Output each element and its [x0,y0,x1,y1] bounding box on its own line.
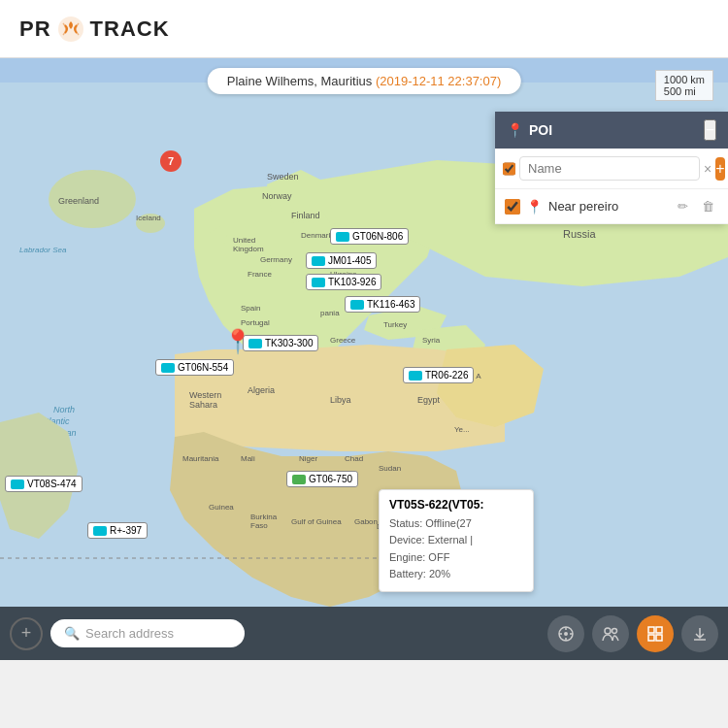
marker-gt06n-806[interactable]: GT06N-806 [330,228,409,245]
svg-point-48 [564,632,568,636]
poi-header-title: 📍 POI [507,122,552,138]
svg-rect-57 [648,635,654,641]
svg-rect-56 [656,627,662,633]
search-placeholder[interactable]: Search address [85,626,174,641]
svg-text:Sahara: Sahara [189,400,217,410]
logo-text-pre: PR [19,17,51,42]
grid-toolbar-button[interactable] [637,615,674,652]
marker-tk103-926[interactable]: TK103-926 [306,274,381,290]
marker-vt08s-474[interactable]: VT08S-474 [5,476,83,492]
marker-tk116-463[interactable]: TK116-463 [345,296,420,313]
map-container[interactable]: Greenland Iceland Sweden Norway Finland … [0,58,728,660]
marker-tr06-226[interactable]: TR06-226 [403,367,474,383]
poi-item-row: 📍 Near pereiro ✏ 🗑 [495,189,728,224]
scale-km: 1000 km [664,74,705,85]
svg-text:Gabon: Gabon [354,517,378,526]
poi-title: POI [529,122,552,138]
svg-text:pania: pania [320,309,340,317]
svg-text:Labrador Sea: Labrador Sea [19,246,67,254]
marker-gt06-750[interactable]: GT06-750 [286,471,358,487]
logo-satellite-icon [57,16,84,43]
svg-text:France: France [248,270,272,279]
poi-add-button[interactable]: + [715,157,724,181]
svg-text:Algeria: Algeria [248,385,275,395]
bottom-toolbar: + 🔍 Search address [0,607,728,660]
poi-delete-button[interactable]: 🗑 [698,197,718,215]
svg-text:Ye...: Ye... [454,425,470,434]
marker-jm01-405[interactable]: JM01-405 [306,252,377,269]
marker-r397[interactable]: R+-397 [87,522,148,539]
svg-text:Syria: Syria [422,336,441,345]
poi-item-name: Near pereiro [548,199,668,214]
download-toolbar-button[interactable] [681,615,718,652]
cluster-badge[interactable]: 7 [160,150,182,172]
svg-text:Libya: Libya [330,395,351,405]
location-toolbar-button[interactable] [547,615,584,652]
location-icon [557,625,575,643]
red-pin-marker[interactable]: 📍 [223,328,252,355]
popup-status: Status: Offline(27 [389,515,523,533]
people-icon [602,625,619,643]
popup-device: Device: External | [389,532,523,549]
poi-search-row: × + [495,149,728,189]
location-text: Plaine Wilhems, Mauritius [227,74,373,88]
marker-gt06n-554[interactable]: GT06N-554 [155,359,234,376]
poi-item-pin-icon: 📍 [526,199,543,215]
popup-battery: Battery: 20% [389,566,523,583]
svg-text:Sudan: Sudan [379,464,401,473]
svg-text:Denmark: Denmark [301,231,333,240]
svg-text:Spain: Spain [241,304,260,313]
svg-text:Turkey: Turkey [383,320,407,329]
svg-text:Guinea: Guinea [209,503,234,512]
svg-text:Mali: Mali [241,454,255,463]
location-bar: Plaine Wilhems, Mauritius (2019-12-11 22… [208,68,521,94]
popup-title: VT05S-622(VT05: [389,498,523,512]
location-date: (2019-12-11 22:37:07) [376,74,501,88]
svg-text:Sweden: Sweden [267,172,299,182]
grid-icon [646,625,664,643]
svg-text:Niger: Niger [299,454,317,463]
poi-clear-button[interactable]: × [704,161,711,177]
poi-search-input[interactable] [519,156,700,181]
svg-text:Kingdom: Kingdom [233,245,264,253]
popup-engine: Engine: OFF [389,549,523,567]
search-icon: 🔍 [64,626,80,641]
svg-point-54 [612,628,617,633]
logo: PR TRACK [19,16,170,43]
scale-bar: 1000 km 500 mi [655,70,713,101]
svg-text:Faso: Faso [250,521,268,530]
svg-text:Western: Western [189,390,221,400]
scale-mi: 500 mi [664,85,705,97]
search-bar-container: 🔍 Search address [50,619,245,647]
svg-rect-58 [656,635,662,641]
svg-text:Chad: Chad [345,454,363,463]
svg-text:Greenland: Greenland [58,196,99,206]
marker-tk303-300[interactable]: TK303-300 [243,335,318,351]
svg-text:Finland: Finland [291,211,320,220]
poi-edit-button[interactable]: ✏ [674,197,692,215]
svg-text:North: North [53,405,75,414]
svg-text:Egypt: Egypt [417,395,441,405]
poi-panel: 📍 POI − × + 📍 Near pereiro ✏ 🗑 [495,112,728,224]
svg-text:Greece: Greece [330,336,356,345]
people-toolbar-button[interactable] [592,615,629,652]
app-container: PR TRACK Greenland [0,0,728,660]
add-button[interactable]: + [10,617,43,650]
svg-text:Gulf of Guinea: Gulf of Guinea [291,517,342,526]
svg-point-53 [605,628,611,634]
poi-item-checkbox[interactable] [505,199,520,215]
svg-text:United: United [233,236,255,245]
poi-checkbox-all[interactable] [503,161,515,177]
logo-text-post: TRACK [90,17,170,42]
svg-text:Russia: Russia [563,228,597,240]
svg-text:Iceland: Iceland [136,214,161,222]
svg-rect-55 [648,627,654,633]
poi-minimize-button[interactable]: − [704,119,716,141]
svg-text:Portugal: Portugal [241,318,270,327]
poi-header: 📍 POI − [495,112,728,149]
svg-text:Germany: Germany [260,255,292,264]
svg-text:Norway: Norway [262,191,292,201]
svg-text:Mauritania: Mauritania [182,454,219,463]
info-popup: VT05S-622(VT05: Status: Offline(27 Devic… [379,489,534,592]
svg-text:Burkina: Burkina [250,513,278,521]
